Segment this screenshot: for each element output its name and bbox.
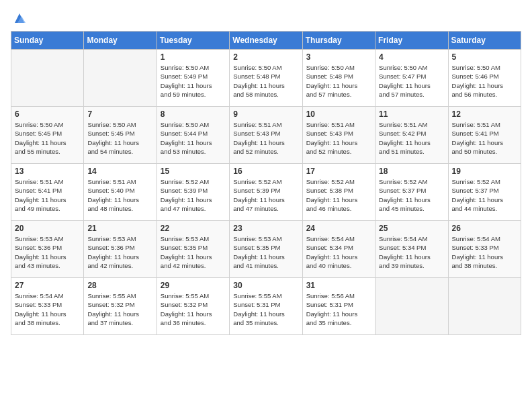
calendar-cell: 27Sunrise: 5:54 AM Sunset: 5:33 PM Dayli… [11, 278, 84, 335]
calendar-cell: 4Sunrise: 5:50 AM Sunset: 5:47 PM Daylig… [375, 50, 448, 107]
day-info: Sunrise: 5:55 AM Sunset: 5:32 PM Dayligh… [161, 291, 226, 327]
calendar-cell [375, 278, 448, 335]
column-header-friday: Friday [375, 32, 448, 50]
calendar-cell: 6Sunrise: 5:50 AM Sunset: 5:45 PM Daylig… [11, 107, 84, 164]
day-number: 19 [452, 167, 517, 176]
page-header [11, 11, 521, 26]
calendar-cell: 18Sunrise: 5:52 AM Sunset: 5:37 PM Dayli… [375, 164, 448, 221]
calendar-week-row: 13Sunrise: 5:51 AM Sunset: 5:41 PM Dayli… [11, 164, 521, 221]
calendar-cell: 16Sunrise: 5:52 AM Sunset: 5:39 PM Dayli… [230, 164, 302, 221]
day-info: Sunrise: 5:50 AM Sunset: 5:45 PM Dayligh… [15, 120, 80, 156]
calendar-cell: 30Sunrise: 5:55 AM Sunset: 5:31 PM Dayli… [230, 278, 302, 335]
logo-icon [12, 11, 27, 26]
calendar-cell: 12Sunrise: 5:51 AM Sunset: 5:41 PM Dayli… [448, 107, 521, 164]
day-info: Sunrise: 5:50 AM Sunset: 5:44 PM Dayligh… [161, 120, 226, 156]
day-number: 31 [306, 281, 371, 290]
day-info: Sunrise: 5:51 AM Sunset: 5:40 PM Dayligh… [87, 177, 152, 213]
logo [11, 11, 27, 26]
day-number: 2 [233, 52, 298, 62]
day-number: 29 [161, 281, 226, 290]
calendar-cell: 9Sunrise: 5:51 AM Sunset: 5:43 PM Daylig… [230, 107, 302, 164]
day-info: Sunrise: 5:53 AM Sunset: 5:36 PM Dayligh… [87, 234, 152, 270]
day-info: Sunrise: 5:51 AM Sunset: 5:41 PM Dayligh… [15, 177, 80, 213]
day-number: 15 [161, 167, 226, 176]
day-number: 16 [233, 167, 298, 176]
calendar-cell: 3Sunrise: 5:50 AM Sunset: 5:48 PM Daylig… [302, 50, 375, 107]
calendar-week-row: 6Sunrise: 5:50 AM Sunset: 5:45 PM Daylig… [11, 107, 521, 164]
calendar-week-row: 1Sunrise: 5:50 AM Sunset: 5:49 PM Daylig… [11, 50, 521, 107]
day-number: 17 [306, 167, 371, 176]
day-info: Sunrise: 5:51 AM Sunset: 5:43 PM Dayligh… [233, 120, 298, 156]
day-info: Sunrise: 5:55 AM Sunset: 5:32 PM Dayligh… [87, 291, 152, 327]
day-number: 23 [233, 224, 298, 233]
calendar-cell: 29Sunrise: 5:55 AM Sunset: 5:32 PM Dayli… [157, 278, 229, 335]
calendar-cell: 14Sunrise: 5:51 AM Sunset: 5:40 PM Dayli… [84, 164, 157, 221]
calendar-cell: 22Sunrise: 5:53 AM Sunset: 5:35 PM Dayli… [157, 221, 229, 278]
day-number: 14 [87, 167, 152, 176]
column-header-sunday: Sunday [11, 32, 84, 50]
day-info: Sunrise: 5:54 AM Sunset: 5:33 PM Dayligh… [452, 234, 517, 270]
calendar-cell: 31Sunrise: 5:56 AM Sunset: 5:31 PM Dayli… [302, 278, 375, 335]
day-info: Sunrise: 5:54 AM Sunset: 5:34 PM Dayligh… [379, 234, 444, 270]
day-info: Sunrise: 5:53 AM Sunset: 5:35 PM Dayligh… [233, 234, 298, 270]
day-info: Sunrise: 5:50 AM Sunset: 5:45 PM Dayligh… [87, 120, 152, 156]
day-number: 27 [15, 281, 80, 290]
day-number: 30 [233, 281, 298, 290]
calendar-cell: 17Sunrise: 5:52 AM Sunset: 5:38 PM Dayli… [302, 164, 375, 221]
calendar-cell: 1Sunrise: 5:50 AM Sunset: 5:49 PM Daylig… [157, 50, 229, 107]
day-info: Sunrise: 5:53 AM Sunset: 5:36 PM Dayligh… [15, 234, 80, 270]
day-number: 13 [15, 167, 80, 176]
day-info: Sunrise: 5:50 AM Sunset: 5:46 PM Dayligh… [452, 63, 517, 99]
column-header-thursday: Thursday [302, 32, 375, 50]
day-info: Sunrise: 5:50 AM Sunset: 5:48 PM Dayligh… [306, 63, 371, 99]
day-number: 10 [306, 109, 371, 119]
day-number: 3 [306, 52, 371, 62]
day-info: Sunrise: 5:52 AM Sunset: 5:37 PM Dayligh… [452, 177, 517, 213]
calendar-cell: 19Sunrise: 5:52 AM Sunset: 5:37 PM Dayli… [448, 164, 521, 221]
day-info: Sunrise: 5:50 AM Sunset: 5:48 PM Dayligh… [233, 63, 298, 99]
day-number: 20 [15, 224, 80, 233]
calendar-cell: 23Sunrise: 5:53 AM Sunset: 5:35 PM Dayli… [230, 221, 302, 278]
calendar-cell: 2Sunrise: 5:50 AM Sunset: 5:48 PM Daylig… [230, 50, 302, 107]
calendar-week-row: 20Sunrise: 5:53 AM Sunset: 5:36 PM Dayli… [11, 221, 521, 278]
calendar-cell: 7Sunrise: 5:50 AM Sunset: 5:45 PM Daylig… [84, 107, 157, 164]
calendar-cell [448, 278, 521, 335]
day-number: 21 [87, 224, 152, 233]
calendar-cell: 20Sunrise: 5:53 AM Sunset: 5:36 PM Dayli… [11, 221, 84, 278]
day-number: 26 [452, 224, 517, 233]
day-info: Sunrise: 5:54 AM Sunset: 5:34 PM Dayligh… [306, 234, 371, 270]
day-number: 24 [306, 224, 371, 233]
day-info: Sunrise: 5:55 AM Sunset: 5:31 PM Dayligh… [233, 291, 298, 327]
day-info: Sunrise: 5:50 AM Sunset: 5:49 PM Dayligh… [161, 63, 226, 99]
calendar-cell: 24Sunrise: 5:54 AM Sunset: 5:34 PM Dayli… [302, 221, 375, 278]
day-number: 1 [161, 52, 226, 62]
column-header-tuesday: Tuesday [157, 32, 229, 50]
day-info: Sunrise: 5:52 AM Sunset: 5:39 PM Dayligh… [233, 177, 298, 213]
calendar-table: SundayMondayTuesdayWednesdayThursdayFrid… [11, 31, 521, 335]
column-header-monday: Monday [84, 32, 157, 50]
column-header-saturday: Saturday [448, 32, 521, 50]
calendar-cell: 10Sunrise: 5:51 AM Sunset: 5:43 PM Dayli… [302, 107, 375, 164]
calendar-cell: 15Sunrise: 5:52 AM Sunset: 5:39 PM Dayli… [157, 164, 229, 221]
day-info: Sunrise: 5:56 AM Sunset: 5:31 PM Dayligh… [306, 291, 371, 327]
calendar-cell [11, 50, 84, 107]
day-number: 22 [161, 224, 226, 233]
day-number: 25 [379, 224, 444, 233]
day-number: 11 [379, 109, 444, 119]
day-info: Sunrise: 5:51 AM Sunset: 5:42 PM Dayligh… [379, 120, 444, 156]
day-number: 4 [379, 52, 444, 62]
calendar-cell: 11Sunrise: 5:51 AM Sunset: 5:42 PM Dayli… [375, 107, 448, 164]
header-row: SundayMondayTuesdayWednesdayThursdayFrid… [11, 32, 521, 50]
day-info: Sunrise: 5:52 AM Sunset: 5:38 PM Dayligh… [306, 177, 371, 213]
calendar-cell: 5Sunrise: 5:50 AM Sunset: 5:46 PM Daylig… [448, 50, 521, 107]
calendar-week-row: 27Sunrise: 5:54 AM Sunset: 5:33 PM Dayli… [11, 278, 521, 335]
day-info: Sunrise: 5:54 AM Sunset: 5:33 PM Dayligh… [15, 291, 80, 327]
day-info: Sunrise: 5:50 AM Sunset: 5:47 PM Dayligh… [379, 63, 444, 99]
day-number: 9 [233, 109, 298, 119]
day-number: 28 [87, 281, 152, 290]
calendar-cell [84, 50, 157, 107]
day-number: 5 [452, 52, 517, 62]
day-number: 7 [87, 109, 152, 119]
day-info: Sunrise: 5:51 AM Sunset: 5:43 PM Dayligh… [306, 120, 371, 156]
day-info: Sunrise: 5:53 AM Sunset: 5:35 PM Dayligh… [161, 234, 226, 270]
